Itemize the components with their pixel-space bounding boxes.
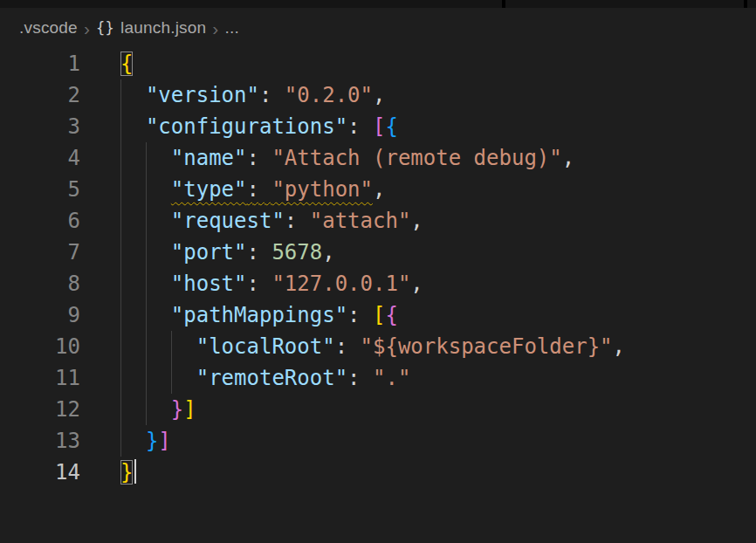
- indent-guide: [120, 111, 121, 142]
- line-content: "localRoot": "${workspaceFolder}",: [80, 331, 756, 362]
- token-str: "0.2.0": [285, 83, 373, 107]
- token-pun: ,: [322, 240, 334, 265]
- token-pun: :: [247, 240, 272, 265]
- token-str: ".": [373, 366, 410, 390]
- code-line-13[interactable]: 13 }]: [0, 425, 756, 457]
- token-pun: ,: [562, 146, 574, 170]
- breadcrumb-item-launchjson[interactable]: {}launch.json: [96, 18, 206, 38]
- indent-guide: [120, 174, 121, 205]
- indent-guide: [146, 237, 147, 268]
- token-pun: :: [347, 114, 373, 139]
- text-cursor: [134, 459, 136, 484]
- line-content: "version": "0.2.0",: [80, 79, 756, 111]
- line-number: 1: [0, 48, 80, 79]
- indent-guide: [146, 142, 147, 174]
- indent-guide: [146, 299, 147, 331]
- chevron-right-icon: ›: [84, 19, 90, 38]
- breadcrumb-label: .vscode: [19, 18, 78, 38]
- line-content: {: [80, 48, 756, 79]
- token-str: "python": [271, 177, 373, 202]
- indent-guide: [146, 205, 147, 237]
- token-key: "host": [171, 272, 247, 296]
- chevron-right-icon: ›: [212, 19, 218, 38]
- line-number: 4: [0, 142, 80, 174]
- token-b3: {: [385, 114, 397, 139]
- indent-guide: [120, 205, 121, 237]
- breadcrumb-item-vscode[interactable]: .vscode: [19, 18, 78, 38]
- breadcrumb-label: ...: [225, 18, 239, 38]
- line-content: "pathMappings": [{: [80, 299, 756, 331]
- token-b2: {: [385, 303, 397, 327]
- line-number: 11: [0, 362, 80, 394]
- code-line-4[interactable]: 4 "name": "Attach (remote debug)",: [0, 142, 756, 174]
- token-pun: :: [335, 334, 361, 359]
- indent-guide: [171, 362, 172, 394]
- token-key: "remoteRoot": [196, 366, 347, 390]
- indent-guide: [120, 142, 121, 174]
- code-line-10[interactable]: 10 "localRoot": "${workspaceFolder}",: [0, 331, 756, 362]
- code-line-12[interactable]: 12 }]: [0, 394, 756, 425]
- code-line-11[interactable]: 11 "remoteRoot": ".": [0, 362, 756, 394]
- line-content: "configurations": [{: [80, 111, 756, 142]
- token-b1: ]: [183, 397, 196, 422]
- breadcrumb-item-[interactable]: ...: [225, 18, 239, 38]
- token-pun: ,: [410, 209, 423, 233]
- token-key: "type": [171, 177, 247, 202]
- token-str: "127.0.0.1": [271, 272, 410, 296]
- indent-spaces: [120, 114, 146, 139]
- code-line-9[interactable]: 9 "pathMappings": [{: [0, 299, 756, 331]
- line-number: 6: [0, 205, 80, 237]
- token-str: "attach": [310, 209, 411, 233]
- tab-divider: [744, 0, 747, 8]
- code-line-3[interactable]: 3 "configurations": [{: [0, 111, 756, 142]
- indent-spaces: [120, 83, 146, 107]
- token-key: "request": [171, 209, 285, 233]
- indent-guide: [120, 237, 121, 268]
- indent-guide: [171, 331, 172, 362]
- line-number: 14: [0, 457, 80, 488]
- token-b1: [: [373, 303, 385, 327]
- code-line-1[interactable]: 1{: [0, 48, 756, 79]
- token-pun: ,: [373, 177, 385, 202]
- code-line-2[interactable]: 2 "version": "0.2.0",: [0, 79, 756, 111]
- line-content: "port": 5678,: [80, 237, 756, 268]
- token-pun: :: [247, 146, 272, 170]
- token-key: "pathMappings": [171, 303, 347, 327]
- indent-guide: [146, 174, 147, 205]
- indent-guide: [146, 268, 147, 299]
- breadcrumb-label: launch.json: [120, 18, 206, 38]
- line-number: 13: [0, 425, 80, 457]
- token-key: "localRoot": [196, 334, 335, 359]
- tab-strip: [0, 0, 756, 8]
- token-pun: :: [259, 83, 285, 107]
- code-line-14[interactable]: 14}: [0, 457, 756, 488]
- code-line-6[interactable]: 6 "request": "attach",: [0, 205, 756, 237]
- code-line-8[interactable]: 8 "host": "127.0.0.1",: [0, 268, 756, 299]
- indent-guide: [120, 362, 121, 394]
- line-number: 7: [0, 237, 80, 268]
- line-content: "type": "python",: [80, 174, 756, 205]
- code-line-5[interactable]: 5 "type": "python",: [0, 174, 756, 205]
- token-key: "name": [171, 146, 247, 170]
- line-number: 5: [0, 174, 80, 205]
- indent-guide: [120, 331, 121, 362]
- line-number: 2: [0, 79, 80, 111]
- tab-divider: [502, 0, 505, 8]
- indent-spaces: [120, 429, 146, 453]
- token-pun: ,: [373, 83, 385, 107]
- token-pun: :: [347, 303, 373, 327]
- token-num: 5678: [271, 240, 322, 265]
- indent-spaces: [120, 366, 196, 390]
- indent-guide: [120, 299, 121, 331]
- code-line-7[interactable]: 7 "port": 5678,: [0, 237, 756, 268]
- token-b1: {: [120, 52, 133, 76]
- token-pun: ,: [410, 272, 423, 296]
- token-str: "${workspaceFolder}": [361, 334, 613, 359]
- code-area[interactable]: 1{2 "version": "0.2.0",3 "configurations…: [0, 48, 756, 488]
- token-b2: ]: [158, 429, 170, 453]
- line-content: "request": "attach",: [80, 205, 756, 237]
- token-key: "version": [146, 83, 259, 107]
- indent-guide: [146, 362, 147, 394]
- token-pun: :: [247, 177, 272, 202]
- line-content: "host": "127.0.0.1",: [80, 268, 756, 299]
